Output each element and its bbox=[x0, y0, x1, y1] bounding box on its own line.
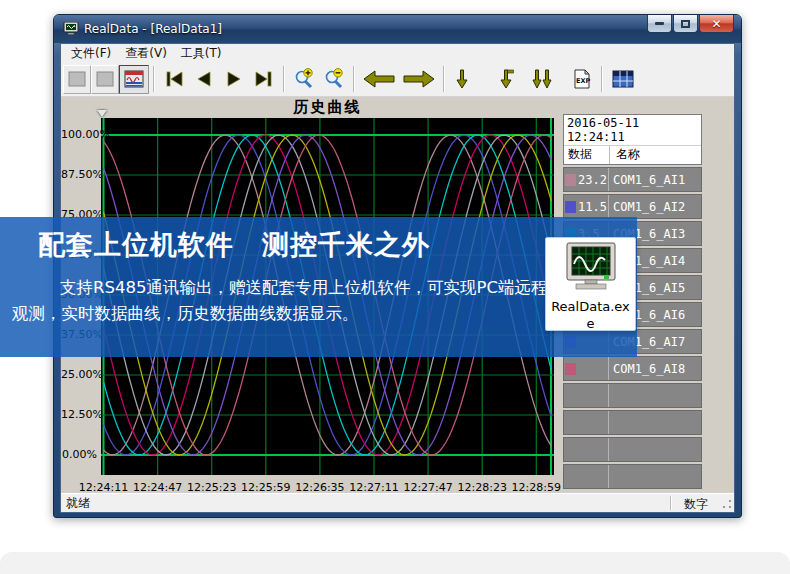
value-cell bbox=[564, 465, 609, 488]
value-cell bbox=[564, 438, 609, 461]
down-step-icon bbox=[496, 68, 516, 90]
minimize-button[interactable] bbox=[647, 15, 672, 33]
table-row[interactable] bbox=[563, 437, 702, 462]
value-cell bbox=[564, 411, 609, 434]
export-button[interactable]: EXP bbox=[567, 65, 597, 94]
status-message: 就绪 bbox=[61, 495, 90, 512]
y-tick-label: 12.50% bbox=[61, 408, 97, 421]
x-tick-label: 12:27:11 bbox=[347, 481, 401, 493]
y-tick-label: 87.50% bbox=[61, 168, 97, 181]
banner-body: 支持RS485通讯输出，赠送配套专用上位机软件，可实现PC端远程数据观测，实时数… bbox=[12, 275, 582, 327]
blank-square-icon bbox=[67, 69, 87, 89]
last-record-button[interactable] bbox=[249, 65, 279, 94]
next-record-icon bbox=[223, 68, 245, 90]
value-cell bbox=[564, 384, 609, 407]
page: RealData - [RealData1] ✕ 文件(F) 查看(V) 工具(… bbox=[0, 0, 790, 574]
svg-text:EXP: EXP bbox=[576, 77, 590, 85]
channel-value: 11.5 bbox=[578, 200, 607, 214]
table-row[interactable]: COM1_6_AI8 bbox=[563, 356, 702, 381]
double-down-button[interactable] bbox=[527, 65, 557, 94]
close-button[interactable]: ✕ bbox=[699, 15, 734, 33]
name-cell: COM1_6_AI8 bbox=[609, 362, 701, 376]
table-row[interactable] bbox=[563, 464, 702, 489]
column-header-data: 数据 bbox=[564, 146, 610, 164]
banner-title: 配套上位机软件 测控千米之外 bbox=[38, 227, 430, 263]
last-record-icon bbox=[253, 68, 275, 90]
table-row[interactable] bbox=[563, 383, 702, 408]
data-grid-icon bbox=[611, 68, 635, 90]
status-separator bbox=[670, 496, 672, 510]
toolbar-separator bbox=[353, 66, 355, 92]
double-down-arrow-icon bbox=[530, 68, 554, 90]
resize-grip[interactable] bbox=[720, 498, 733, 511]
first-record-button[interactable] bbox=[159, 65, 189, 94]
previous-record-button[interactable] bbox=[189, 65, 219, 94]
data-grid-button[interactable] bbox=[607, 65, 639, 94]
toolbar-separator bbox=[283, 66, 285, 92]
down-step-button[interactable] bbox=[493, 65, 519, 94]
restore-icon bbox=[681, 20, 690, 28]
pan-left-button[interactable] bbox=[359, 65, 399, 94]
statusbar: 就绪 数字 bbox=[61, 493, 734, 512]
zoom-in-button[interactable] bbox=[289, 65, 319, 94]
zoom-in-icon bbox=[293, 68, 315, 90]
realtime-view-button[interactable] bbox=[119, 65, 149, 94]
zoom-out-button[interactable] bbox=[319, 65, 349, 94]
x-tick-label: 12:26:35 bbox=[293, 481, 347, 493]
y-tick-label: 25.00% bbox=[61, 368, 97, 381]
toolbar-separator bbox=[153, 66, 155, 92]
previous-record-icon bbox=[193, 68, 215, 90]
blank-button-2[interactable] bbox=[91, 65, 119, 94]
zoom-out-icon bbox=[323, 68, 345, 90]
menu-file[interactable]: 文件(F) bbox=[64, 44, 118, 63]
first-record-icon bbox=[163, 68, 185, 90]
window-controls: ✕ bbox=[647, 15, 734, 33]
y-tick-label: 100.00% bbox=[61, 128, 97, 141]
cursor-marker-icon[interactable] bbox=[97, 110, 107, 117]
menubar: 文件(F) 查看(V) 工具(T) bbox=[61, 44, 734, 62]
restore-button[interactable] bbox=[673, 15, 698, 33]
next-record-button[interactable] bbox=[219, 65, 249, 94]
x-tick-label: 12:25:23 bbox=[185, 481, 239, 493]
x-tick-label: 12:25:59 bbox=[239, 481, 293, 493]
x-tick-label: 12:24:11 bbox=[77, 481, 131, 493]
name-cell: COM1_6_AI1 bbox=[609, 173, 701, 187]
pan-right-button[interactable] bbox=[399, 65, 439, 94]
window-title: RealData - [RealData1] bbox=[84, 22, 222, 36]
series-color-swatch bbox=[565, 363, 576, 375]
table-row[interactable] bbox=[563, 410, 702, 435]
realdata-monitor-icon bbox=[562, 242, 620, 294]
table-header: 数据 名称 bbox=[564, 145, 701, 164]
app-logo-icon bbox=[63, 22, 79, 36]
desktop-icon-label: RealData.exe bbox=[550, 298, 632, 332]
status-num-indicator: 数字 bbox=[684, 496, 708, 513]
table-row[interactable]: 11.5COM1_6_AI2 bbox=[563, 194, 702, 219]
minimize-icon bbox=[655, 22, 664, 25]
table-row[interactable]: 23.2COM1_6_AI1 bbox=[563, 167, 702, 192]
y-tick-label: 0.00% bbox=[61, 448, 97, 461]
blank-button-1[interactable] bbox=[63, 65, 91, 94]
value-cell: 11.5 bbox=[564, 195, 609, 218]
x-tick-label: 12:28:59 bbox=[509, 481, 563, 493]
realtime-window-icon bbox=[123, 68, 145, 90]
toolbar: EXP bbox=[61, 62, 734, 97]
timestamp: 2016-05-11 12:24:11 bbox=[564, 115, 701, 145]
realdata-exe-card[interactable]: RealData.exe bbox=[545, 237, 636, 331]
promo-banner: 配套上位机软件 测控千米之外 支持RS485通讯输出，赠送配套专用上位机软件，可… bbox=[0, 217, 637, 357]
name-cell: COM1_6_AI2 bbox=[609, 200, 701, 214]
menu-view[interactable]: 查看(V) bbox=[118, 44, 174, 63]
x-tick-label: 12:28:23 bbox=[455, 481, 509, 493]
down-arrow-button[interactable] bbox=[449, 65, 475, 94]
pan-left-icon bbox=[362, 68, 396, 90]
page-footer-strip bbox=[0, 552, 790, 574]
export-icon: EXP bbox=[571, 68, 593, 90]
titlebar[interactable]: RealData - [RealData1] ✕ bbox=[54, 15, 741, 43]
pan-right-icon bbox=[402, 68, 436, 90]
value-cell: 23.2 bbox=[564, 168, 609, 191]
blank-square-icon bbox=[95, 69, 115, 89]
value-cell bbox=[564, 357, 609, 380]
menu-tools[interactable]: 工具(T) bbox=[174, 44, 229, 63]
series-color-swatch bbox=[565, 201, 576, 213]
x-tick-label: 12:24:47 bbox=[131, 481, 185, 493]
column-header-name: 名称 bbox=[610, 146, 701, 164]
